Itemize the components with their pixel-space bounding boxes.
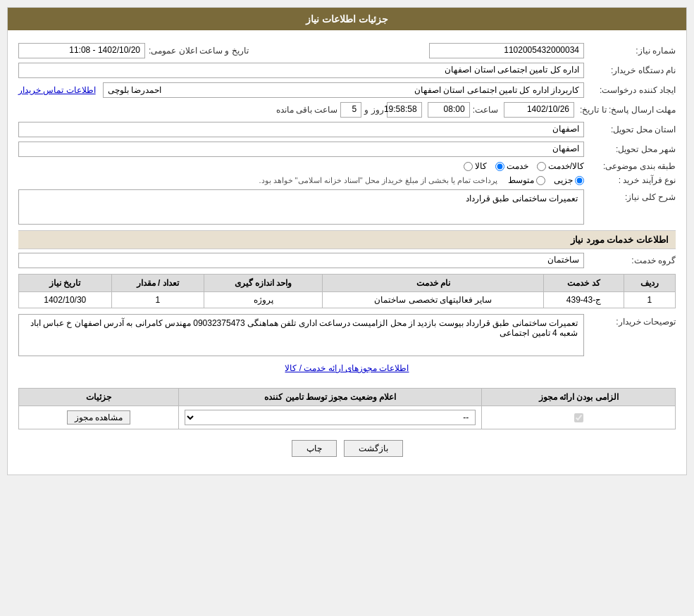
table-row: 1 ج-43-439 سایر فعالیتهای تخصصی ساختمان … bbox=[19, 292, 676, 308]
cell-quantity: 1 bbox=[111, 292, 204, 308]
buyer-name-value: اداره کل تامین اجتماعی استان اصفهان bbox=[18, 63, 584, 78]
general-desc-textarea[interactable] bbox=[18, 189, 584, 225]
cell-service-code: ج-43-439 bbox=[544, 292, 624, 308]
general-desc-label: شرح کلی نیاز: bbox=[584, 189, 676, 202]
permit-col-status: اعلام وضعیت مجوز توسط تامین کننده bbox=[178, 389, 481, 406]
kala-label: کالا bbox=[475, 161, 487, 171]
deadline-remaining-label: ساعت باقی مانده bbox=[276, 105, 338, 115]
buyer-desc-value: تعمیرات ساختمانی طبق قرارداد بیوست بازدی… bbox=[18, 314, 584, 356]
cell-row-num: 1 bbox=[624, 292, 675, 308]
permit-row: -- مشاهده مجوز bbox=[19, 406, 676, 429]
page-header: جزئیات اطلاعات نیاز bbox=[8, 8, 686, 30]
announce-date-value: 1402/10/20 - 11:08 bbox=[18, 43, 145, 58]
view-permit-button[interactable]: مشاهده مجوز bbox=[67, 410, 130, 425]
deadline-date: 1402/10/26 bbox=[504, 102, 574, 118]
process-jozii-label: جزیی bbox=[554, 175, 573, 185]
col-service-name: نام خدمت bbox=[323, 275, 544, 292]
category-radio-group: کالا/خدمت خدمت کالا bbox=[464, 161, 584, 171]
category-khadamat-radio[interactable] bbox=[495, 162, 504, 171]
category-kala-khadamat-radio[interactable] bbox=[537, 162, 546, 171]
buyer-name-label: نام دستگاه خریدار: bbox=[584, 65, 676, 75]
process-jozii-radio[interactable] bbox=[575, 176, 584, 185]
category-kala-radio[interactable] bbox=[464, 162, 473, 171]
city-delivery-label: شهر محل تحویل: bbox=[584, 144, 676, 154]
creator-name: احمدرضا بلوچی bbox=[108, 85, 161, 95]
back-button[interactable]: بازگشت bbox=[344, 440, 403, 457]
action-buttons: بازگشت چاپ bbox=[18, 440, 676, 457]
col-need-date: تاریخ نیاز bbox=[19, 275, 112, 292]
permit-section-title[interactable]: اطلاعات مجوزهای ارائه خدمت / کالا bbox=[18, 363, 676, 373]
deadline-label: مهلت ارسال پاسخ: تا تاریخ: bbox=[574, 105, 676, 115]
permit-status-cell[interactable]: -- bbox=[178, 406, 481, 429]
category-kala[interactable]: کالا bbox=[464, 161, 487, 171]
khadamat-label: خدمت bbox=[507, 161, 528, 171]
services-table: ردیف کد خدمت نام خدمت واحد اندازه گیری ت… bbox=[18, 274, 676, 308]
province-delivery-value: اصفهان bbox=[18, 122, 584, 137]
page-title: جزئیات اطلاعات نیاز bbox=[306, 13, 388, 25]
deadline-remaining-time: 19:58:58 bbox=[387, 102, 422, 118]
kala-khadamat-label: کالا/خدمت bbox=[548, 161, 584, 171]
city-delivery-value: اصفهان bbox=[18, 142, 584, 157]
announce-datetime-label: تاریخ و ساعت اعلان عمومی: bbox=[145, 46, 249, 56]
services-section-title: اطلاعات خدمات مورد نیاز bbox=[18, 230, 676, 249]
creator-label: ایجاد کننده درخواست: bbox=[584, 85, 676, 95]
category-kala-khadamat[interactable]: کالا/خدمت bbox=[537, 161, 584, 171]
process-label: نوع فرآیند خرید : bbox=[584, 175, 676, 185]
process-jozii[interactable]: جزیی bbox=[554, 175, 584, 185]
print-button[interactable]: چاپ bbox=[292, 440, 337, 457]
creator-role: کاربرداز اداره کل تامین اجتماعی استان اص… bbox=[414, 85, 579, 95]
col-quantity: تعداد / مقدار bbox=[111, 275, 204, 292]
permit-table: الزامی بودن ارائه مجوز اعلام وضعیت مجوز … bbox=[18, 388, 676, 429]
process-mottavaset[interactable]: متوسط bbox=[508, 175, 545, 185]
need-number-label: شماره نیاز: bbox=[584, 46, 676, 56]
province-delivery-label: استان محل تحویل: bbox=[584, 125, 676, 134]
col-service-code: کد خدمت bbox=[544, 275, 624, 292]
deadline-time: 08:00 bbox=[428, 102, 470, 118]
deadline-days: 5 bbox=[340, 102, 361, 118]
cell-need-date: 1402/10/30 bbox=[19, 292, 112, 308]
cell-service-name: سایر فعالیتهای تخصصی ساختمان bbox=[323, 292, 544, 308]
service-group-label: گروه خدمت: bbox=[584, 256, 676, 265]
process-radio-group: جزیی متوسط bbox=[508, 175, 584, 185]
cell-unit: پروژه bbox=[204, 292, 322, 308]
process-mottavaset-label: متوسط bbox=[508, 175, 534, 185]
process-note: پرداخت تمام یا بخشی از مبلغ خریداز محل "… bbox=[259, 176, 497, 185]
deadline-days-label: روز و bbox=[364, 105, 383, 115]
category-label: طبقه بندی موضوعی: bbox=[584, 161, 676, 171]
category-khadamat[interactable]: خدمت bbox=[495, 161, 528, 171]
permit-status-select[interactable]: -- bbox=[185, 410, 476, 425]
deadline-time-label: ساعت: bbox=[473, 105, 498, 115]
process-mottavaset-radio[interactable] bbox=[536, 176, 545, 185]
buyer-desc-label: توصیحات خریدار: bbox=[584, 314, 676, 327]
service-group-value: ساختمان bbox=[18, 253, 584, 268]
col-row-num: ردیف bbox=[624, 275, 675, 292]
permit-col-details: جزئیات bbox=[19, 389, 179, 406]
permit-details-cell[interactable]: مشاهده مجوز bbox=[19, 406, 179, 429]
permit-required-cell bbox=[482, 406, 676, 429]
col-unit: واحد اندازه گیری bbox=[204, 275, 322, 292]
permit-col-required: الزامی بودن ارائه مجوز bbox=[482, 389, 676, 406]
permit-required-checkbox bbox=[574, 413, 583, 422]
contact-link[interactable]: اطلاعات تماس خریدار bbox=[18, 85, 96, 95]
need-number-value: 1102005432000034 bbox=[429, 43, 584, 58]
